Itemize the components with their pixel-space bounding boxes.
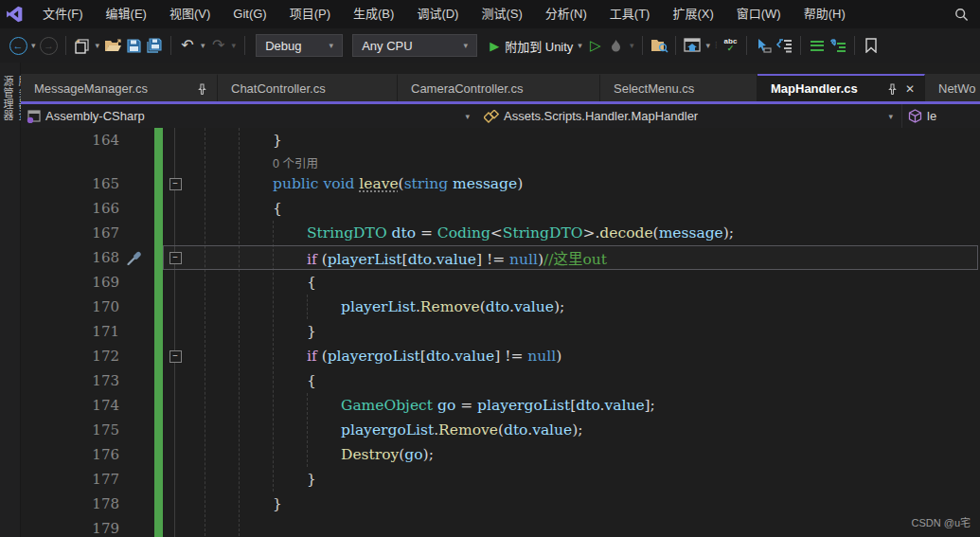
new-file-icon[interactable]: ✦ — [73, 33, 92, 58]
menu-item[interactable]: 工具(T) — [598, 0, 662, 28]
menu-item[interactable]: 扩展(X) — [661, 0, 724, 28]
menu-item[interactable]: 调试(D) — [405, 0, 470, 28]
pin-icon[interactable] — [197, 83, 207, 95]
code-text[interactable]: public void leave(string message) — [187, 175, 980, 192]
code-text[interactable]: if (playergoList[dto.value] != null) — [187, 348, 980, 365]
find-in-files-icon[interactable] — [650, 33, 668, 58]
code-text[interactable]: { — [187, 200, 980, 217]
code-text[interactable]: } — [187, 471, 980, 488]
code-line[interactable]: 176Destroy(go); — [21, 442, 980, 467]
menu-item[interactable]: 窗口(W) — [725, 0, 793, 28]
code-line[interactable]: 170playerList.Remove(dto.value); — [21, 295, 980, 319]
chevron-down-icon[interactable]: ▾ — [31, 41, 36, 50]
code-line[interactable]: 168−if (playerList[dto.value] != null)//… — [21, 245, 980, 270]
code-text[interactable]: } — [187, 323, 980, 340]
menu-item[interactable]: 帮助(H) — [793, 0, 857, 28]
menu-item[interactable]: 测试(S) — [470, 0, 533, 28]
code-line[interactable]: 174GameObject go = playergoList[dto.valu… — [21, 393, 980, 418]
tab-messagemanager-cs[interactable]: MessageManager.cs — [21, 74, 218, 101]
code-text[interactable]: playergoList.Remove(dto.value); — [187, 421, 980, 439]
solution-configuration-select[interactable]: Debug▾ — [256, 34, 343, 57]
code-text[interactable]: } — [187, 495, 980, 512]
chevron-down-icon[interactable]: ▾ — [232, 41, 237, 50]
change-tracking-bar — [154, 128, 163, 152]
code-line[interactable]: 172−if (playergoList[dto.value] != null) — [21, 344, 980, 368]
save-icon[interactable] — [124, 33, 143, 58]
menu-item[interactable]: 视图(V) — [158, 0, 222, 28]
code-text[interactable]: Destroy(go); — [187, 446, 980, 463]
format-document-icon[interactable] — [775, 33, 793, 58]
code-line[interactable]: 166{ — [21, 196, 980, 221]
code-text[interactable]: StringDTO dto = Coding<StringDTO>.decode… — [187, 224, 980, 242]
member-dropdown[interactable]: le — [901, 104, 980, 128]
search-icon[interactable] — [954, 8, 969, 22]
bookmark-icon[interactable] — [862, 33, 881, 58]
open-file-icon[interactable] — [103, 33, 122, 58]
code-text[interactable]: { — [187, 372, 980, 389]
spell-check-icon[interactable]: abc✓ — [721, 33, 739, 58]
navigate-forward-icon[interactable]: → — [40, 33, 59, 58]
code-line[interactable]: 179 — [21, 516, 980, 537]
attach-to-unity-button[interactable]: ▶ 附加到 Unity — [490, 33, 573, 58]
menu-item[interactable]: 编辑(E) — [95, 0, 158, 28]
menu-item[interactable]: 生成(B) — [342, 0, 405, 28]
fold-collapse-icon[interactable]: − — [169, 252, 182, 264]
code-line[interactable]: 175playergoList.Remove(dto.value); — [21, 418, 980, 442]
hot-reload-icon[interactable] — [607, 33, 626, 58]
selection-pointer-icon[interactable] — [754, 33, 773, 58]
code-line[interactable]: 178} — [21, 492, 980, 516]
menu-item[interactable]: Git(G) — [222, 0, 277, 28]
chevron-down-icon[interactable]: ▾ — [465, 112, 470, 121]
code-editor[interactable]: 164}0 个引用165−public void leave(string me… — [21, 128, 980, 537]
quick-actions-screwdriver-icon[interactable] — [125, 250, 154, 265]
fold-collapse-icon[interactable]: − — [169, 178, 182, 190]
outline-margin[interactable]: − — [163, 252, 187, 264]
redo-icon[interactable]: ↷ — [209, 33, 228, 58]
uncomment-lines-icon[interactable] — [829, 33, 847, 58]
tab-selectmenu-cs[interactable]: SelectMenu.cs — [600, 74, 757, 101]
change-tracking-bar — [154, 393, 163, 418]
comment-lines-icon[interactable] — [808, 33, 827, 58]
codelens-references[interactable]: 0 个引用 — [187, 153, 980, 171]
codelens-row[interactable]: 0 个引用 — [21, 152, 980, 171]
code-line[interactable]: 173{ — [21, 368, 980, 393]
project-dropdown[interactable]: Assembly-CSharp ▾ — [21, 104, 478, 128]
fold-collapse-icon[interactable]: − — [169, 350, 182, 363]
tab-chatcontroller-cs[interactable]: ChatController.cs — [218, 74, 398, 101]
code-text[interactable]: { — [187, 274, 980, 291]
code-line[interactable]: 164} — [21, 128, 980, 152]
pin-icon[interactable] — [887, 83, 898, 95]
code-text[interactable]: playerList.Remove(dto.value); — [187, 298, 980, 315]
type-dropdown[interactable]: Assets.Scripts.Handler.MapHandler ▾ — [478, 104, 901, 128]
chevron-down-icon[interactable]: ▾ — [888, 112, 893, 121]
close-icon[interactable]: ✕ — [905, 82, 915, 96]
code-line[interactable]: 169{ — [21, 270, 980, 295]
outline-margin[interactable]: − — [163, 178, 187, 190]
save-all-icon[interactable] — [145, 33, 164, 58]
navigate-back-icon[interactable]: ← — [9, 33, 27, 58]
code-line[interactable]: 165−public void leave(string message) — [21, 171, 980, 196]
menu-item[interactable]: 项目(P) — [278, 0, 342, 28]
navigate-home-icon[interactable] — [683, 33, 702, 58]
menu-item[interactable]: 文件(F) — [31, 0, 95, 28]
code-text[interactable]: GameObject go = playergoList[dto.value]; — [187, 397, 980, 414]
tab-maphandler-cs[interactable]: MapHandler.cs✕ — [757, 74, 925, 101]
code-text[interactable]: if (playerList[dto.value] != null)//这里ou… — [187, 247, 980, 268]
chevron-down-icon[interactable]: ▾ — [201, 41, 205, 50]
outline-margin[interactable]: − — [163, 350, 187, 363]
code-line[interactable]: 167StringDTO dto = Coding<StringDTO>.dec… — [21, 221, 980, 245]
chevron-down-icon[interactable]: ▾ — [578, 41, 582, 50]
code-line[interactable]: 171} — [21, 319, 980, 344]
tab-netwo[interactable]: NetWo — [925, 74, 980, 101]
code-line[interactable]: 177} — [21, 467, 980, 492]
solution-platform-select[interactable]: Any CPU▾ — [352, 34, 477, 57]
chevron-down-icon[interactable]: ▾ — [630, 41, 634, 50]
play-icon: ▶ — [490, 39, 499, 53]
chevron-down-icon[interactable]: ▾ — [705, 41, 710, 50]
chevron-down-icon[interactable]: ▾ — [96, 41, 100, 50]
undo-icon[interactable]: ↶ — [178, 33, 197, 58]
start-without-debugging-icon[interactable]: ▷ — [586, 33, 605, 58]
tab-cameracontroller-cs[interactable]: CameraController.cs — [398, 74, 600, 101]
code-text[interactable]: } — [187, 132, 980, 149]
menu-item[interactable]: 分析(N) — [534, 0, 598, 28]
